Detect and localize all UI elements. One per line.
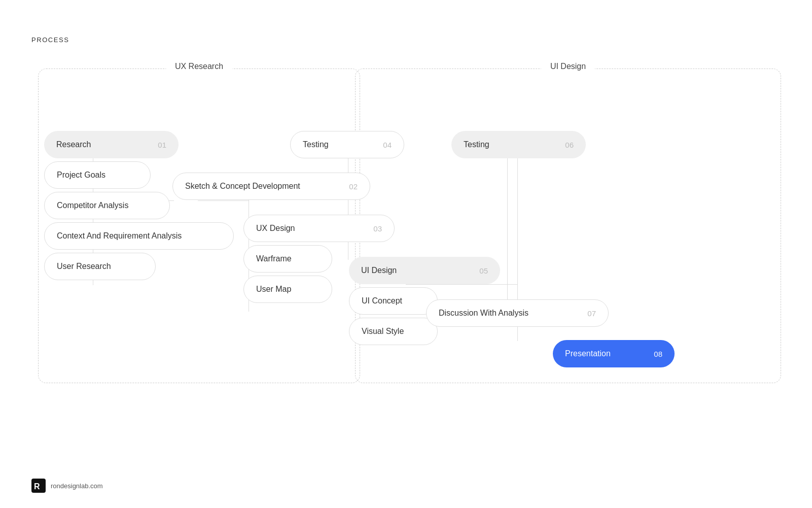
footer: R rondesignlab.com [31, 479, 103, 493]
pill-num-testing-04: 04 [383, 141, 392, 149]
pill-label-user-map: User Map [256, 285, 320, 294]
pill-user-map[interactable]: User Map [243, 276, 332, 303]
pill-label-ui-design-05: UI Design [361, 266, 469, 275]
pill-label-research: Research [56, 140, 148, 149]
pill-label-competitor-analysis: Competitor Analysis [57, 201, 157, 210]
pill-num-testing-06: 06 [565, 141, 574, 149]
footer-url: rondesignlab.com [51, 482, 103, 490]
pill-ux-design[interactable]: UX Design03 [243, 215, 395, 242]
pill-label-ui-concept: UI Concept [362, 296, 425, 306]
pill-sketch[interactable]: Sketch & Concept Development02 [172, 173, 370, 200]
pill-num-discussion: 07 [587, 309, 596, 318]
pill-label-discussion: Discussion With Analysis [439, 309, 577, 318]
pill-label-presentation: Presentation [565, 349, 644, 358]
brand-logo: R [31, 479, 46, 493]
page-title: PROCESS [31, 36, 69, 44]
pill-num-ux-design: 03 [373, 224, 382, 233]
pill-presentation[interactable]: Presentation08 [553, 340, 675, 367]
pill-project-goals[interactable]: Project Goals [44, 161, 151, 189]
pill-label-testing-04: Testing [303, 140, 373, 149]
pill-label-context-analysis: Context And Requirement Analysis [57, 231, 221, 241]
pill-competitor-analysis[interactable]: Competitor Analysis [44, 192, 170, 219]
pill-label-ux-design: UX Design [256, 224, 363, 233]
pill-num-sketch: 02 [349, 182, 358, 191]
pill-num-presentation: 08 [654, 350, 662, 358]
pill-warframe[interactable]: Warframe [243, 245, 332, 273]
pill-label-project-goals: Project Goals [57, 171, 138, 180]
pill-label-warframe: Warframe [256, 254, 320, 263]
pill-ui-design-05[interactable]: UI Design05 [349, 257, 500, 284]
pill-context-analysis[interactable]: Context And Requirement Analysis [44, 222, 234, 250]
ui-design-label: UI Design [541, 62, 595, 71]
ux-research-label: UX Research [166, 62, 232, 71]
pill-label-sketch: Sketch & Concept Development [185, 182, 339, 191]
pill-ui-concept[interactable]: UI Concept [349, 287, 438, 315]
pill-label-visual-style: Visual Style [362, 327, 425, 336]
connector-line-8 [507, 158, 508, 311]
pill-label-testing-06: Testing [464, 140, 555, 149]
pill-visual-style[interactable]: Visual Style [349, 318, 438, 345]
pill-research[interactable]: Research01 [44, 131, 179, 158]
pill-num-research: 01 [158, 141, 166, 149]
pill-label-user-research: User Research [57, 262, 143, 271]
connector-line-9 [406, 284, 517, 285]
pill-user-research[interactable]: User Research [44, 253, 156, 280]
pill-testing-06[interactable]: Testing06 [451, 131, 586, 158]
pill-testing-04[interactable]: Testing04 [290, 131, 404, 158]
pill-discussion[interactable]: Discussion With Analysis07 [426, 299, 609, 327]
pill-num-ui-design-05: 05 [479, 266, 488, 275]
svg-text:R: R [34, 482, 40, 491]
connector-line-3 [198, 200, 249, 201]
